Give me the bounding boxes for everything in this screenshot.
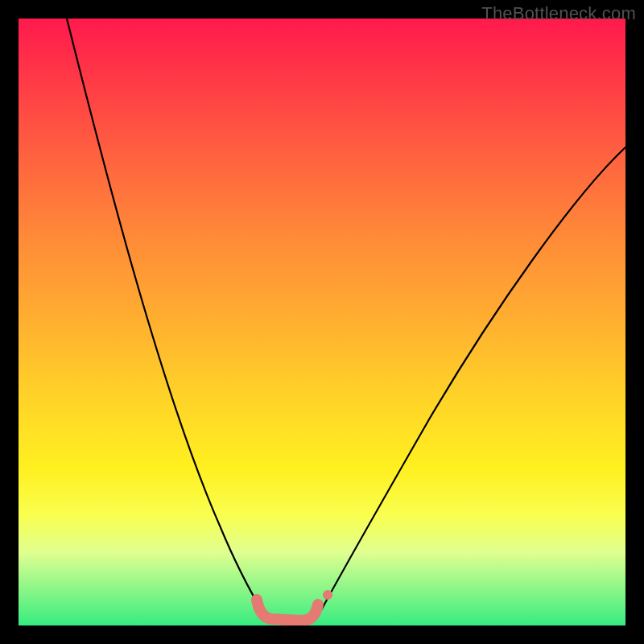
watermark-text: TheBottleneck.com: [481, 3, 636, 24]
bottom-marker-segment: [257, 600, 318, 621]
chart-lines: [19, 19, 625, 625]
chart-plot-area: [19, 19, 625, 625]
bottom-marker-dot: [323, 590, 332, 600]
left-curve-line: [67, 19, 262, 610]
right-curve-line: [321, 147, 625, 610]
